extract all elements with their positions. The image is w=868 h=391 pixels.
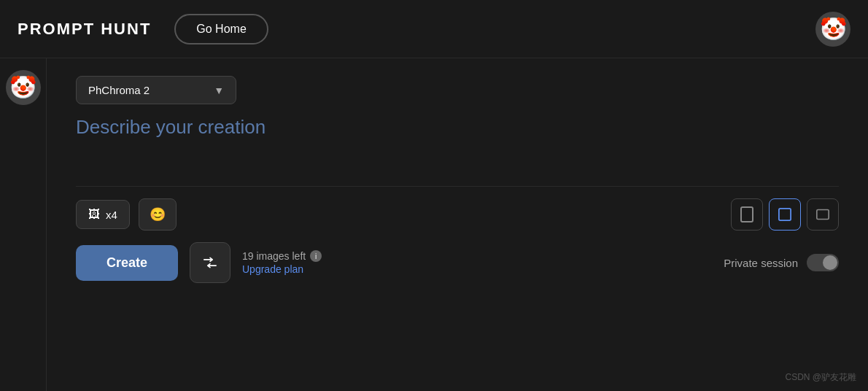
image-type-selector <box>731 198 839 231</box>
sidebar-avatar: 🤡 <box>6 70 41 105</box>
logo: PROMPT HUNT <box>18 20 151 39</box>
image-icon: 🖼 <box>88 208 100 221</box>
images-left-info: 19 images left i Upgrade plan <box>242 250 322 275</box>
watermark: CSDN @驴友花雕 <box>785 371 856 384</box>
logo-text: PROMPT HUNT <box>18 20 151 39</box>
create-button[interactable]: Create <box>76 245 178 281</box>
square-icon <box>778 207 791 222</box>
emoji-icon: 😊 <box>150 207 166 222</box>
private-session-toggle[interactable] <box>807 254 839 271</box>
image-type-portrait-button[interactable] <box>731 198 763 231</box>
content-area: PhChroma 2 ▼ 🖼 x4 😊 <box>47 58 868 391</box>
emoji-button[interactable]: 😊 <box>139 198 177 231</box>
toggle-knob <box>823 255 837 270</box>
action-row: Create 19 images left i Upgrade plan Pri… <box>76 242 839 283</box>
prompt-input[interactable] <box>76 116 839 174</box>
model-name: PhChroma 2 <box>88 84 150 96</box>
svg-rect-2 <box>817 209 829 219</box>
avatar: 🤡 <box>815 12 850 47</box>
portrait-icon <box>740 206 753 222</box>
shuffle-icon <box>204 256 217 269</box>
header: PROMPT HUNT Go Home 🤡 <box>0 0 868 58</box>
image-type-landscape-button[interactable] <box>807 198 839 231</box>
image-type-square-button[interactable] <box>769 198 801 231</box>
images-left-row: 19 images left i <box>242 250 322 262</box>
image-count-button[interactable]: 🖼 x4 <box>76 200 130 229</box>
avatar-icon: 🤡 <box>820 18 847 40</box>
model-selector[interactable]: PhChroma 2 ▼ <box>76 76 236 104</box>
info-icon[interactable]: i <box>310 250 322 262</box>
private-session-label: Private session <box>724 257 798 269</box>
go-home-button[interactable]: Go Home <box>174 14 268 44</box>
shuffle-button[interactable] <box>190 242 230 283</box>
svg-rect-0 <box>741 207 753 222</box>
private-session-control: Private session <box>724 254 839 271</box>
left-sidebar: 🤡 <box>0 58 47 391</box>
toolbar-row: 🖼 x4 😊 <box>76 186 839 231</box>
svg-rect-1 <box>779 209 791 220</box>
main-layout: 🤡 PhChroma 2 ▼ 🖼 x4 😊 <box>0 58 868 391</box>
landscape-icon <box>816 208 829 221</box>
chevron-down-icon: ▼ <box>214 85 224 96</box>
sidebar-avatar-icon: 🤡 <box>9 77 36 98</box>
image-count-label: x4 <box>106 209 117 221</box>
images-left-text: 19 images left <box>242 250 306 262</box>
upgrade-plan-link[interactable]: Upgrade plan <box>242 263 322 275</box>
